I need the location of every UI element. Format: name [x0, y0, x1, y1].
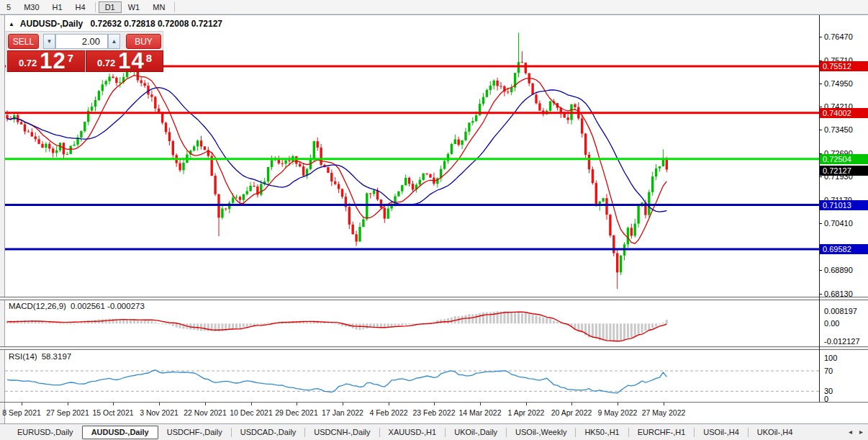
buy-price-box[interactable]: 0.72 14 8: [86, 50, 163, 72]
date-axis-label: 29 Dec 2021: [275, 408, 318, 417]
trading-terminal-window: 5M30H1H4D1W1MN ▲ AUDUSD-,Daily 0.72632 0…: [0, 0, 868, 440]
level-price-label: 0.71013: [820, 200, 868, 210]
sell-price-point: 7: [68, 52, 73, 64]
timeframe-button-d1[interactable]: D1: [99, 1, 122, 13]
macd-indicator-label: MACD(12,26,9): [9, 302, 66, 310]
date-axis-tick: [618, 403, 618, 405]
date-axis-tick: [343, 403, 343, 405]
chevron-down-icon: ▼: [47, 38, 53, 45]
chart-tab-ukoil-daily[interactable]: UKOil-,Daily: [446, 426, 506, 439]
chart-symbol-title: AUDUSD-,Daily: [20, 19, 83, 29]
volume-decrease-button[interactable]: ▼: [43, 34, 55, 49]
volume-input[interactable]: [55, 34, 108, 49]
date-axis-tick: [22, 403, 22, 405]
date-axis-tick: [389, 403, 389, 405]
chart-symbol-header: ▲ AUDUSD-,Daily 0.72632 0.72818 0.72008 …: [9, 19, 222, 29]
rsi-axis-label: 100: [824, 354, 837, 362]
price-axis-tick-label: 0.68130: [824, 289, 853, 298]
collapse-triangle-icon: ▲: [9, 21, 14, 27]
macd-indicator-values: 0.002561 -0.000273: [71, 302, 145, 310]
chart-tab-bar: EURUSD-,DailyAUDUSD-,DailyUSDCHF-,DailyU…: [0, 423, 868, 440]
price-axis-tick-label: 0.76470: [824, 32, 853, 41]
date-axis-tick: [664, 403, 664, 405]
volume-increase-button[interactable]: ▲: [108, 34, 120, 49]
date-axis-label: 22 Nov 2021: [184, 408, 227, 417]
timeframe-toolbar: 5M30H1H4D1W1MN: [0, 0, 868, 14]
timeframe-button-mn[interactable]: MN: [146, 1, 171, 13]
date-axis-label: 1 Apr 2022: [508, 408, 545, 417]
current-price-label: 0.72127: [820, 166, 868, 176]
date-axis-tick: [480, 403, 481, 405]
date-axis-tick: [205, 403, 206, 405]
date-axis-tick: [159, 403, 160, 405]
rsi-pane-header: RSI(14)58.3197: [9, 352, 71, 361]
date-axis-label: 20 Apr 2022: [551, 408, 592, 417]
chart-window-left-frame: [0, 15, 5, 423]
date-axis-tick: [251, 403, 252, 405]
buy-price-fraction: 0.72: [97, 58, 115, 68]
rsi-indicator-canvas[interactable]: [5, 350, 819, 402]
tab-scroll-right-icon[interactable]: ▸: [857, 428, 865, 436]
price-axis-tick: [819, 84, 822, 84]
sell-price-pips: 12: [40, 51, 65, 71]
rsi-axis-label: 70: [824, 367, 833, 375]
macd-pane-header: MACD(12,26,9)0.002561 -0.000273: [9, 302, 145, 310]
price-axis-tick: [819, 294, 822, 295]
level-price-label: 0.75512: [820, 61, 868, 71]
price-axis-tick-label: 0.73450: [824, 125, 853, 134]
timeframe-button-m30[interactable]: M30: [17, 1, 45, 13]
price-axis-tick: [819, 37, 822, 37]
price-axis-tick-label: 0.74950: [824, 79, 853, 88]
date-axis-label: 27 Sep 2021: [46, 408, 89, 417]
chart-tab-xauusd-h1[interactable]: XAUUSD-,H1: [380, 426, 446, 439]
date-axis-label: 8 Sep 2021: [2, 408, 41, 417]
date-axis-label: 23 Feb 2022: [413, 408, 456, 417]
sell-button[interactable]: SELL: [8, 34, 39, 49]
level-price-label: 0.72504: [820, 154, 868, 164]
price-axis-tick: [819, 107, 822, 107]
chart-tab-usoil-weekly[interactable]: USOil-,Weekly: [507, 426, 575, 439]
level-price-label: 0.74002: [820, 108, 868, 118]
chart-ohlc-values: 0.72632 0.72818 0.72008 0.72127: [91, 19, 223, 29]
price-axis-tick: [819, 176, 822, 177]
chart-tab-usoil-h4[interactable]: USOil-,H4: [695, 426, 748, 439]
buy-button[interactable]: BUY: [126, 34, 161, 49]
chevron-up-icon: ▲: [112, 38, 117, 45]
timeframe-button-h1[interactable]: H1: [46, 1, 69, 13]
rsi-indicator-value: 58.3197: [42, 352, 72, 361]
date-axis-tick: [113, 403, 114, 405]
chart-tab-hk50-h1[interactable]: HK50-,H1: [576, 426, 628, 439]
timeframe-button-w1[interactable]: W1: [122, 1, 147, 13]
one-click-trading-panel: SELL ▼ ▲ BUY 0.72 12 7 0.72 14 8: [6, 31, 163, 72]
buy-price-pips: 14: [118, 51, 144, 71]
chart-tab-audusd-daily[interactable]: AUDUSD-,Daily: [82, 426, 158, 439]
date-axis-label: 17 Jan 2022: [322, 408, 363, 417]
date-axis-label: 27 May 2022: [642, 408, 686, 417]
price-axis-tick: [819, 223, 822, 224]
sell-price-box[interactable]: 0.72 12 7: [7, 50, 85, 72]
timeframe-button-h4[interactable]: H4: [69, 1, 92, 13]
chart-tab-usdcnh-daily[interactable]: USDCNH-,Daily: [305, 426, 379, 439]
buy-price-point: 8: [146, 52, 152, 64]
macd-axis-label: 0.008197: [824, 307, 857, 315]
chart-tab-usdcad-daily[interactable]: USDCAD-,Daily: [232, 426, 305, 439]
chart-tab-usdchf-daily[interactable]: USDCHF-,Daily: [158, 426, 231, 439]
date-axis-tick: [68, 403, 68, 405]
rsi-indicator-label: RSI(14): [9, 352, 37, 361]
date-axis-tick: [526, 403, 527, 405]
sell-price-fraction: 0.72: [19, 58, 37, 68]
tab-scroll-arrows: ◂▸: [846, 428, 865, 436]
date-axis-label: 14 Mar 2022: [459, 408, 502, 417]
chart-tab-eurchf-h1[interactable]: EURCHF-,H1: [629, 426, 695, 439]
price-axis-tick-label: 0.68890: [824, 266, 853, 274]
timeframe-button-5[interactable]: 5: [0, 1, 17, 13]
price-axis-tick: [819, 130, 822, 130]
rsi-axis-label: 0: [824, 395, 828, 403]
chart-tab-ukoil-h4[interactable]: UKOil-,H4: [749, 426, 802, 439]
date-axis-label: 10 Dec 2021: [230, 408, 273, 417]
price-axis-tick-label: 0.70410: [824, 219, 853, 228]
tab-scroll-left-icon[interactable]: ◂: [846, 428, 854, 436]
chart-tab-eurusd-daily[interactable]: EURUSD-,Daily: [9, 426, 82, 439]
date-axis-tick: [434, 403, 435, 405]
toolbar-separator: [174, 2, 175, 12]
